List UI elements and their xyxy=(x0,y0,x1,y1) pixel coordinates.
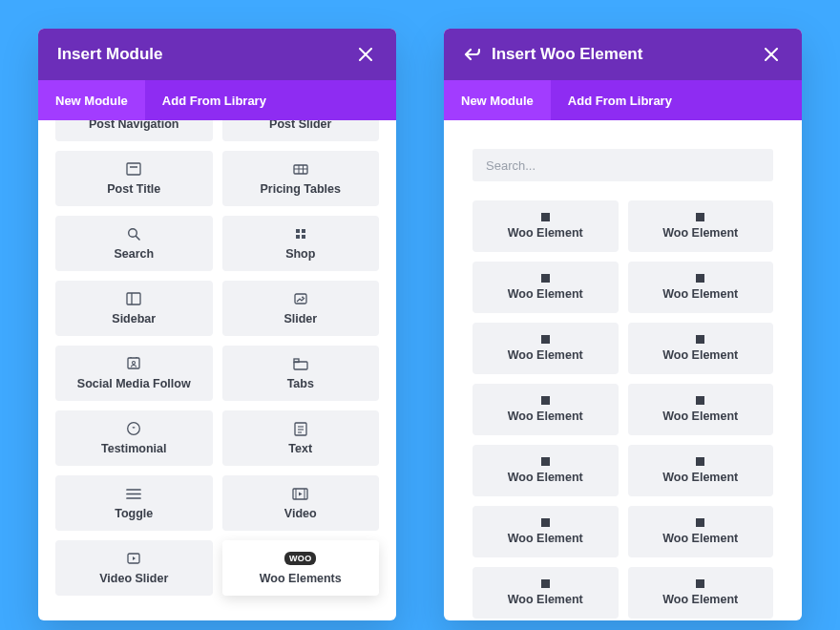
module-label: Tabs xyxy=(287,377,314,390)
tab-add-from-library[interactable]: Add From Library xyxy=(551,80,689,120)
woo-element-icon xyxy=(696,579,704,588)
woo-element-card[interactable]: Woo Element xyxy=(472,567,619,619)
module-video[interactable]: Video xyxy=(222,475,380,531)
svg-rect-15 xyxy=(302,229,305,233)
woo-element-label: Woo Element xyxy=(662,471,738,484)
svg-rect-18 xyxy=(127,293,140,304)
woo-element-icon xyxy=(541,213,550,221)
panel-title: Insert Module xyxy=(57,45,354,64)
woo-element-card[interactable]: Woo Element xyxy=(628,445,774,496)
woo-element-icon xyxy=(541,457,550,466)
module-post-title[interactable]: Post Title xyxy=(55,151,213,206)
insert-module-panel: Insert Module New Module Add From Librar… xyxy=(38,29,396,620)
module-label: Slider xyxy=(284,312,317,326)
woo-element-icon xyxy=(541,274,550,283)
woo-element-card[interactable]: Woo Element xyxy=(472,262,619,313)
woo-element-label: Woo Element xyxy=(662,532,738,545)
back-arrow-icon xyxy=(463,47,480,62)
tab-add-from-library[interactable]: Add From Library xyxy=(145,80,284,120)
panel-title: Insert Woo Element xyxy=(492,45,760,64)
module-label: Video xyxy=(284,507,317,520)
module-slider[interactable]: Slider xyxy=(222,281,380,336)
woo-element-label: Woo Element xyxy=(662,226,738,240)
svg-rect-17 xyxy=(302,235,305,239)
module-list-container: Post NavigationPost SliderPost TitlePric… xyxy=(38,120,396,620)
svg-rect-20 xyxy=(295,294,306,304)
slider-icon xyxy=(292,291,309,306)
svg-line-13 xyxy=(136,236,139,240)
module-label: Post Title xyxy=(107,182,160,196)
woo-element-card[interactable]: Woo Element xyxy=(472,200,619,252)
woo-elements-icon: WOO xyxy=(284,551,316,566)
woo-element-card[interactable]: Woo Element xyxy=(628,384,774,435)
woo-element-icon xyxy=(541,396,550,405)
woo-element-label: Woo Element xyxy=(508,410,583,423)
woo-element-label: Woo Element xyxy=(508,593,583,606)
module-post-slider[interactable]: Post Slider xyxy=(222,120,380,141)
close-button[interactable] xyxy=(760,43,783,66)
module-grid: Post NavigationPost SliderPost TitlePric… xyxy=(38,120,396,613)
woo-element-card[interactable]: Woo Element xyxy=(628,262,774,313)
tab-new-module[interactable]: New Module xyxy=(38,80,145,120)
module-testimonial[interactable]: ”Testimonial xyxy=(55,410,213,466)
module-woo-elements[interactable]: WOOWoo Elements xyxy=(222,540,380,596)
module-label: Sidebar xyxy=(112,312,156,326)
woo-element-label: Woo Element xyxy=(508,532,583,545)
svg-rect-16 xyxy=(296,235,300,239)
close-button[interactable] xyxy=(354,43,377,66)
pricing-tables-icon xyxy=(293,161,308,177)
tab-new-module[interactable]: New Module xyxy=(444,80,551,120)
svg-point-25 xyxy=(133,362,136,365)
woo-element-icon xyxy=(696,335,704,344)
search-input[interactable] xyxy=(472,149,773,181)
module-label: Shop xyxy=(285,247,315,261)
back-button[interactable] xyxy=(463,47,480,62)
woo-element-icon xyxy=(541,518,550,527)
module-label: Pricing Tables xyxy=(260,182,341,196)
module-label: Testimonial xyxy=(101,442,167,455)
video-slider-icon xyxy=(126,551,141,566)
module-search[interactable]: Search xyxy=(55,216,213,271)
woo-element-icon xyxy=(541,579,550,588)
module-tabs[interactable]: Tabs xyxy=(222,346,380,401)
woo-element-icon xyxy=(696,518,704,527)
testimonial-icon: ” xyxy=(126,421,141,436)
svg-text:”: ” xyxy=(133,426,136,432)
woo-element-icon xyxy=(696,396,704,405)
module-sidebar[interactable]: Sidebar xyxy=(55,281,213,336)
module-label: Woo Elements xyxy=(260,572,342,585)
module-video-slider[interactable]: Video Slider xyxy=(55,540,213,596)
search-icon xyxy=(127,226,141,242)
panel-header: Insert Woo Element xyxy=(444,29,802,80)
close-icon xyxy=(765,48,778,61)
module-label: Search xyxy=(114,247,154,261)
woo-element-card[interactable]: Woo Element xyxy=(628,506,774,557)
post-title-icon xyxy=(126,161,141,177)
panel-header: Insert Module xyxy=(38,29,396,80)
svg-point-21 xyxy=(302,297,304,299)
woo-element-icon xyxy=(541,335,550,344)
woo-element-label: Woo Element xyxy=(508,287,583,301)
woo-element-card[interactable]: Woo Element xyxy=(472,384,619,435)
insert-woo-element-panel: Insert Woo Element New Module Add From L… xyxy=(444,29,802,620)
woo-element-card[interactable]: Woo Element xyxy=(472,445,619,496)
woo-element-card[interactable]: Woo Element xyxy=(628,567,774,619)
woo-element-card[interactable]: Woo Element xyxy=(628,200,774,252)
woo-element-icon xyxy=(696,457,704,466)
module-post-navigation[interactable]: Post Navigation xyxy=(55,120,213,141)
module-pricing-tables[interactable]: Pricing Tables xyxy=(222,151,380,206)
tab-bar: New Module Add From Library xyxy=(38,80,396,120)
shop-icon xyxy=(294,226,307,242)
woo-element-label: Woo Element xyxy=(662,410,738,423)
woo-element-card[interactable]: Woo Element xyxy=(628,323,774,374)
svg-rect-6 xyxy=(127,163,140,175)
woo-element-icon xyxy=(696,274,704,283)
woo-element-label: Woo Element xyxy=(508,348,583,362)
woo-element-icon xyxy=(696,213,704,221)
module-social-media-follow[interactable]: Social Media Follow xyxy=(55,346,213,401)
module-toggle[interactable]: Toggle xyxy=(55,475,213,531)
woo-element-card[interactable]: Woo Element xyxy=(472,506,619,557)
module-shop[interactable]: Shop xyxy=(222,216,380,271)
module-text[interactable]: Text xyxy=(222,410,380,466)
woo-element-card[interactable]: Woo Element xyxy=(472,323,619,374)
